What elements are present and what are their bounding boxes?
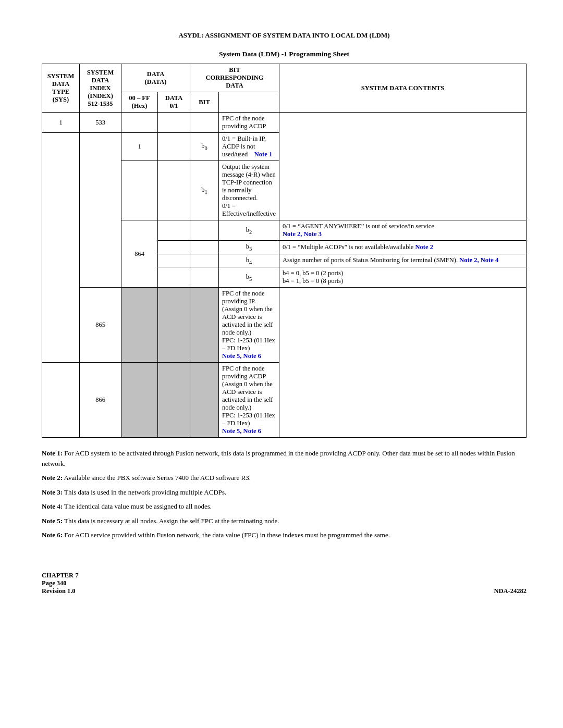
- cell-bit: b1: [190, 161, 219, 220]
- cell-contents: FPC of the node providing ACDP: [219, 113, 279, 133]
- cell-data-01: [158, 113, 190, 133]
- cell-bit: [190, 113, 219, 133]
- note-3: Note 3: This data is used in the network…: [42, 487, 527, 498]
- table-row: 866 FPC of the node providing ACDP(Assig…: [42, 363, 527, 438]
- sheet-title: System Data (LDM) -1 Programming Sheet: [42, 50, 527, 58]
- cell-sys-type: [42, 363, 80, 438]
- col-header-bit-group: BITCORRESPONDINGDATA: [190, 64, 279, 92]
- cell-sys-type: [42, 133, 80, 363]
- cell-data-hex: 1: [121, 133, 158, 161]
- cell-data-hex: [158, 241, 190, 254]
- note-4: Note 4: The identical data value must be…: [42, 501, 527, 512]
- cell-data-01: [158, 133, 190, 161]
- cell-data-hex: [121, 161, 158, 220]
- cell-data-hex: [158, 220, 190, 241]
- cell-bit: [190, 288, 219, 363]
- cell-contents: Output the system message (4-R) when TCP…: [219, 161, 279, 220]
- cell-data-01: [158, 288, 190, 363]
- footer-chapter: CHAPTER 7: [42, 572, 79, 579]
- cell-bit: [190, 363, 219, 438]
- page-title: ASYDL: ASSIGNMENT OF SYSTEM DATA INTO LO…: [42, 31, 527, 40]
- cell-contents: b4 = 0, b5 = 0 (2 ports)b4 = 1, b5 = 0 (…: [279, 267, 526, 288]
- footer-revision: Revision 1.0: [42, 587, 79, 595]
- cell-data-01: [190, 254, 219, 267]
- page-header: ASYDL: ASSIGNMENT OF SYSTEM DATA INTO LO…: [42, 31, 527, 58]
- notes-section: Note 1: For ACD system to be activated t…: [42, 448, 527, 540]
- col-header-system-data-contents: SYSTEM DATA CONTENTS: [279, 64, 526, 113]
- cell-bit: b5: [219, 267, 279, 288]
- cell-contents: Assign number of ports of Status Monitor…: [279, 254, 526, 267]
- footer-left: CHAPTER 7 Page 340 Revision 1.0: [42, 572, 79, 595]
- note-5: Note 5: This data is necessary at all no…: [42, 516, 527, 526]
- cell-data-hex: [158, 254, 190, 267]
- cell-data-01: [158, 161, 190, 220]
- col-subheader-bit: BIT: [190, 92, 219, 113]
- col-header-system-data-index: SYSTEMDATAINDEX(INDEX)512-1535: [80, 64, 121, 113]
- cell-contents: FPC of the node providing IP.(Assign 0 w…: [219, 288, 279, 363]
- col-subheader-data-01: DATA0/1: [158, 92, 190, 113]
- table-row: 1 b0 0/1 = Built-in IP, ACDP is not used…: [42, 133, 527, 161]
- cell-data-01: [158, 363, 190, 438]
- cell-data-hex: [121, 113, 158, 133]
- cell-sys-index: [80, 133, 121, 288]
- table-header-row: SYSTEMDATATYPE(SYS) SYSTEMDATAINDEX(INDE…: [42, 64, 527, 92]
- note-6: Note 6: For ACD service provided within …: [42, 530, 527, 540]
- cell-contents: 0/1 = “Multiple ACDPs” is not available/…: [279, 241, 526, 254]
- footer-doc-number: NDA-24282: [494, 587, 527, 595]
- cell-sys-index: 866: [80, 363, 121, 438]
- col-header-system-data-type: SYSTEMDATATYPE(SYS): [42, 64, 80, 113]
- cell-data-01: [190, 220, 219, 241]
- cell-bit: b0: [190, 133, 219, 161]
- cell-data-hex: [121, 288, 158, 363]
- cell-bit: b4: [219, 254, 279, 267]
- cell-contents: FPC of the node providing ACDP(Assign 0 …: [219, 363, 279, 438]
- cell-sys-type: 1: [42, 113, 80, 133]
- footer-page: Page 340: [42, 579, 79, 587]
- cell-data-01: [190, 241, 219, 254]
- note-1: Note 1: For ACD system to be activated t…: [42, 448, 527, 468]
- cell-data-hex: [158, 267, 190, 288]
- cell-bit: b2: [219, 220, 279, 241]
- main-table: SYSTEMDATATYPE(SYS) SYSTEMDATAINDEX(INDE…: [42, 64, 527, 438]
- cell-sys-index: 864: [121, 220, 158, 288]
- table-row: 865 FPC of the node providing IP.(Assign…: [42, 288, 527, 363]
- cell-sys-index: 865: [80, 288, 121, 363]
- note-2: Note 2: Available since the PBX software…: [42, 473, 527, 483]
- cell-data-hex: [121, 363, 158, 438]
- cell-bit: b3: [219, 241, 279, 254]
- cell-contents: 0/1 = “AGENT ANYWHERE” is out of service…: [279, 220, 526, 241]
- cell-contents: 0/1 = Built-in IP, ACDP is not used/used…: [219, 133, 279, 161]
- cell-data-01: [190, 267, 219, 288]
- cell-sys-index: 533: [80, 113, 121, 133]
- table-row: 1 533 FPC of the node providing ACDP: [42, 113, 527, 133]
- col-header-data-group: DATA(DATA): [121, 64, 190, 92]
- col-subheader-data-hex: 00 – FF(Hex): [121, 92, 158, 113]
- footer: CHAPTER 7 Page 340 Revision 1.0 NDA-2428…: [42, 572, 527, 595]
